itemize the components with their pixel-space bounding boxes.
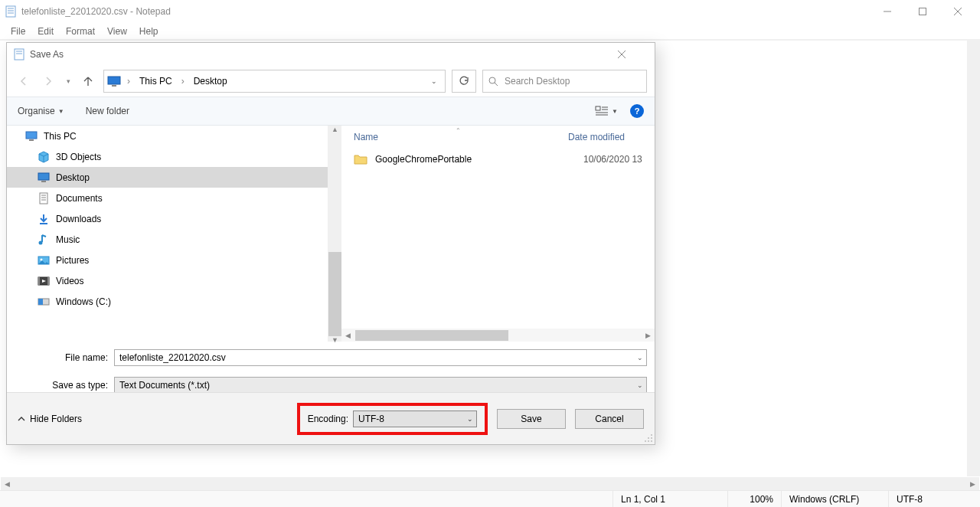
chevron-right-icon: ›	[124, 76, 133, 87]
chevron-down-icon[interactable]: ⌄	[637, 381, 643, 389]
cancel-label: Cancel	[595, 414, 623, 424]
thispc-icon	[107, 76, 121, 87]
tree-item-desktop[interactable]: Desktop	[7, 167, 328, 188]
menu-format[interactable]: Format	[60, 24, 101, 39]
notepad-horizontal-scrollbar[interactable]: ◀ ▶	[1, 477, 979, 490]
menu-edit[interactable]: Edit	[31, 24, 60, 39]
chevron-down-icon[interactable]: ⌄	[637, 354, 643, 361]
svg-point-40	[648, 437, 649, 439]
desktop-icon	[38, 172, 50, 184]
tree-item-videos[interactable]: Videos	[7, 270, 328, 291]
tree-label: 3D Objects	[56, 152, 101, 162]
scroll-right-icon[interactable]: ▶	[642, 329, 655, 342]
search-icon	[488, 76, 498, 87]
encoding-select[interactable]: UTF-8⌄	[353, 411, 477, 427]
new-folder-label: New folder	[86, 106, 129, 116]
hide-folders-label: Hide Folders	[30, 414, 82, 424]
svg-rect-25	[41, 181, 46, 182]
svg-rect-0	[6, 6, 15, 17]
file-date: 10/06/2020 13	[583, 154, 642, 165]
svg-rect-14	[112, 85, 116, 87]
nav-up-button[interactable]	[79, 72, 97, 90]
menu-view[interactable]: View	[101, 24, 133, 39]
filename-label: File name:	[15, 352, 114, 363]
tree-label: This PC	[44, 131, 77, 142]
scroll-down-icon[interactable]: ▼	[328, 336, 341, 344]
tree-label: Windows (C:)	[56, 296, 111, 307]
tree-item-thispc[interactable]: This PC	[7, 126, 328, 146]
encoding-label: Encoding:	[308, 414, 348, 424]
chevron-down-icon[interactable]: ⌄	[467, 415, 473, 423]
tree-label: Documents	[56, 193, 103, 204]
saveastype-value: Text Documents (*.txt)	[119, 380, 210, 391]
svg-rect-23	[29, 139, 34, 141]
help-button[interactable]: ?	[630, 104, 644, 118]
tree-item-downloads[interactable]: Downloads	[7, 208, 328, 229]
breadcrumb-thispc[interactable]: This PC	[136, 74, 175, 88]
resize-grip-icon[interactable]	[644, 433, 653, 443]
tree-item-documents[interactable]: Documents	[7, 188, 328, 208]
save-button[interactable]: Save	[497, 409, 566, 429]
thispc-icon	[25, 130, 38, 142]
scroll-up-icon[interactable]: ▲	[328, 126, 341, 133]
file-row[interactable]: GoogleChromePortable10/06/2020 13	[341, 149, 655, 170]
filelist-hscrollbar[interactable]: ◀ ▶	[341, 329, 655, 342]
svg-point-33	[41, 258, 43, 260]
3d-objects-icon	[38, 151, 50, 163]
scroll-left-icon[interactable]: ◀	[341, 329, 354, 342]
menu-file[interactable]: File	[5, 24, 31, 39]
tree-scrollbar[interactable]: ▲ ▼	[328, 126, 341, 342]
folder-icon	[354, 154, 368, 165]
address-dropdown-icon[interactable]: ⌄	[426, 77, 442, 85]
scroll-right-icon[interactable]: ▶	[966, 477, 979, 490]
chevron-right-icon: ›	[178, 76, 188, 87]
svg-rect-35	[38, 277, 40, 285]
organise-button[interactable]: Organise▼	[18, 106, 64, 116]
menu-help[interactable]: Help	[133, 24, 165, 39]
search-input[interactable]: Search Desktop	[482, 70, 647, 93]
nav-recent-dropdown[interactable]: ▾	[64, 72, 73, 90]
close-button[interactable]	[940, 0, 975, 23]
scroll-left-icon[interactable]: ◀	[1, 477, 14, 490]
chevron-up-icon	[18, 415, 25, 423]
svg-rect-5	[920, 8, 926, 15]
address-bar[interactable]: › This PC › Desktop ⌄	[103, 70, 446, 93]
dialog-title: Save As	[30, 49, 618, 60]
notepad-vertical-scrollbar[interactable]	[967, 40, 980, 476]
new-folder-button[interactable]: New folder	[86, 106, 129, 116]
notepad-titlebar: telefonliste_22012020.csv - Notepad	[0, 0, 980, 23]
save-as-dialog: Save As ▾ › This PC › Desktop ⌄ Search D…	[6, 42, 655, 445]
dialog-titlebar: Save As	[7, 43, 655, 66]
column-date-header[interactable]: Date modified	[568, 132, 625, 142]
music-icon	[38, 234, 50, 246]
notepad-statusbar: Ln 1, Col 1 100% Windows (CRLF) UTF-8	[0, 490, 980, 507]
hide-folders-button[interactable]: Hide Folders	[18, 414, 82, 424]
dialog-bottom-bar: Hide Folders Encoding: UTF-8⌄ Save Cance…	[7, 392, 655, 444]
nav-forward-button[interactable]	[39, 72, 57, 90]
refresh-button[interactable]	[452, 70, 476, 93]
notepad-icon	[13, 48, 25, 61]
file-list-header: ⌃ Name Date modified	[341, 126, 655, 149]
minimize-button[interactable]	[870, 0, 905, 23]
breadcrumb-desktop[interactable]: Desktop	[191, 74, 230, 88]
folder-tree: This PC 3D ObjectsDesktopDocumentsDownlo…	[7, 126, 328, 342]
svg-point-39	[651, 434, 652, 436]
cancel-button[interactable]: Cancel	[575, 409, 644, 429]
tree-item-pictures[interactable]: Pictures	[7, 250, 328, 270]
maximize-button[interactable]	[905, 0, 940, 23]
file-list: ⌃ Name Date modified GoogleChromePortabl…	[341, 126, 655, 342]
nav-back-button[interactable]	[15, 72, 33, 90]
svg-line-16	[495, 83, 498, 86]
tree-item-music[interactable]: Music	[7, 229, 328, 250]
search-placeholder: Search Desktop	[505, 76, 570, 87]
dialog-close-button[interactable]	[618, 51, 648, 58]
tree-label: Downloads	[56, 214, 101, 224]
tree-item-3d-objects[interactable]: 3D Objects	[7, 146, 328, 167]
svg-point-31	[39, 240, 43, 244]
svg-rect-17	[596, 106, 600, 110]
saveastype-select[interactable]: Text Documents (*.txt)⌄	[114, 377, 647, 394]
view-options-button[interactable]: ▼	[595, 106, 618, 116]
tree-item-windows-c-[interactable]: Windows (C:)	[7, 291, 328, 312]
sort-indicator-icon: ⌃	[449, 127, 467, 134]
filename-input[interactable]: telefonliste_22012020.csv⌄	[114, 349, 647, 366]
